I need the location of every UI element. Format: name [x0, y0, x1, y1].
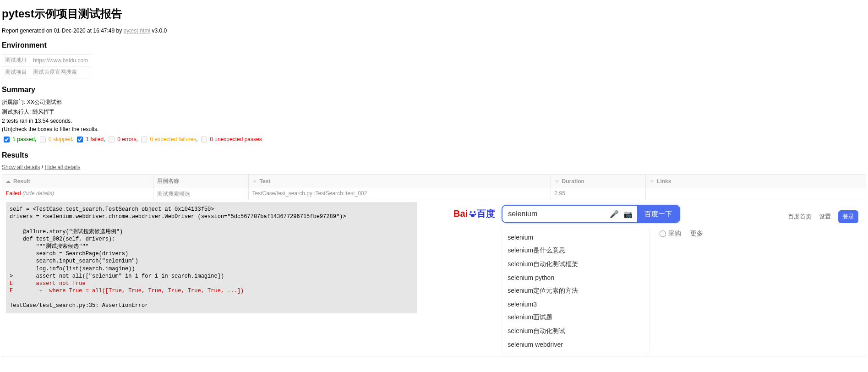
col-duration-header[interactable]: Duration [551, 175, 645, 188]
suggestion-item[interactable]: selenium面试题 [502, 311, 650, 324]
pytest-html-link[interactable]: pytest-html [124, 27, 151, 34]
sort-icon [650, 181, 654, 183]
col-result-header[interactable]: Result [2, 175, 153, 188]
env-row: 测试项目 测试百度官网搜索 [2, 66, 91, 78]
filter-errors-checkbox [109, 137, 115, 142]
env-row: 测试地址 https://www.baidu.com [2, 55, 91, 66]
filter-skipped-label: 0 skipped [49, 136, 72, 142]
filter-failed-label: 1 failed [86, 136, 104, 142]
show-all-details-link[interactable]: Show all details [2, 164, 40, 170]
generated-suffix: v3.0.0 [150, 27, 167, 34]
suggestion-item[interactable]: selenium [502, 231, 650, 244]
result-duration: 2.95 [551, 188, 645, 200]
filter-passed-checkbox[interactable] [4, 137, 10, 142]
mic-icon[interactable]: 🎤 [610, 210, 619, 219]
filter-row: 1 passed, 0 skipped, 1 failed, 0 errors,… [2, 135, 866, 144]
col-links-header[interactable]: Links [646, 175, 866, 188]
suggestion-item[interactable]: selenium python [502, 271, 650, 284]
env-key: 测试地址 [2, 55, 30, 66]
hot-links: ◯ 采购 更多 [659, 228, 703, 354]
hot-cart[interactable]: ◯ 采购 [659, 230, 681, 354]
environment-table: 测试地址 https://www.baidu.com 测试项目 测试百度官网搜索 [2, 54, 91, 78]
camera-icon[interactable]: 📷 [623, 210, 633, 219]
filter-xpass-checkbox [201, 137, 207, 142]
summary-dept: 所属部门: XX公司测试部 [2, 98, 866, 106]
search-box: 🎤 📷 百度一下 [502, 205, 680, 223]
result-test-id: TestCase/test_search.py::TestSearch::tes… [248, 188, 551, 200]
result-status: Failed [6, 190, 21, 197]
baidu-top-links: 百度首页 设置 登录 [788, 210, 858, 223]
detail-toggle-row: Show all details / Hide all details [2, 164, 866, 170]
sort-icon [252, 181, 257, 183]
baidu-logo: Bai百度 [453, 208, 495, 220]
suggestion-item[interactable]: selenium自动化测试 [502, 324, 650, 338]
filter-xfail-label: 0 expected failures [150, 136, 197, 142]
hide-details-link[interactable]: (hide details) [22, 190, 54, 197]
summary-heading: Summary [2, 86, 866, 94]
result-case-name: 测试搜索候选 [153, 188, 248, 200]
generated-prefix: Report generated on 01-Dec-2020 at 16:47… [2, 27, 124, 34]
filter-passed-label: 1 passed [12, 136, 35, 142]
col-test-header[interactable]: Test [248, 175, 551, 188]
search-button[interactable]: 百度一下 [637, 206, 679, 222]
sort-icon [555, 181, 559, 183]
svg-point-1 [474, 211, 475, 213]
summary-count: 2 tests ran in 13.54 seconds. [2, 118, 866, 124]
filter-errors-label: 0 errors [117, 136, 136, 142]
results-table: Result 用例名称 Test Duration Links Failed (… [2, 174, 866, 356]
svg-point-0 [470, 211, 472, 213]
screenshot-extra: 百度首页 设置 登录 Bai百度 [417, 202, 862, 354]
result-detail-row: self = <TestCase.test_search.TestSearch … [2, 200, 866, 356]
env-value-link[interactable]: https://www.baidu.com [33, 57, 88, 64]
paw-icon [468, 209, 478, 219]
baidu-home-link[interactable]: 百度首页 [788, 213, 812, 221]
environment-heading: Environment [2, 41, 866, 49]
suggestion-item[interactable]: selenium webdriver [502, 338, 650, 351]
generated-line: Report generated on 01-Dec-2020 at 16:47… [2, 27, 866, 34]
svg-point-2 [469, 213, 471, 215]
suggestion-item[interactable]: selenium自动化测试框架 [502, 257, 650, 271]
summary-filter-hint: (Un)check the boxes to filter the result… [2, 126, 866, 132]
suggestion-item[interactable]: selenium是什么意思 [502, 244, 650, 257]
env-key: 测试项目 [2, 66, 30, 78]
env-value: 测试百度官网搜索 [30, 66, 91, 78]
suggestion-item[interactable]: selenium3 [502, 298, 650, 311]
sort-asc-icon [6, 181, 11, 183]
page-title: pytest示例项目测试报告 [2, 6, 866, 21]
search-input[interactable] [502, 206, 610, 222]
filter-failed-checkbox[interactable] [77, 137, 83, 142]
filter-xfail-checkbox [141, 137, 147, 142]
traceback-log: self = <TestCase.test_search.TestSearch … [6, 202, 417, 313]
hide-all-details-link[interactable]: Hide all details [44, 164, 80, 170]
svg-point-4 [471, 214, 475, 217]
suggestion-item[interactable]: selenium定位元素的方法 [502, 284, 650, 298]
baidu-login-button[interactable]: 登录 [838, 210, 858, 223]
svg-point-3 [475, 213, 476, 215]
hot-more[interactable]: 更多 [690, 230, 703, 354]
filter-xpass-label: 0 unexpected passes [210, 136, 262, 142]
filter-skipped-checkbox [40, 137, 46, 142]
search-suggestions: selenium selenium是什么意思 selenium自动化测试框架 s… [502, 228, 650, 354]
result-row: Failed (hide details) 测试搜索候选 TestCase/te… [2, 188, 866, 200]
summary-executor: 测试执行人: 随风挥手 [2, 108, 866, 116]
baidu-settings-link[interactable]: 设置 [819, 213, 831, 221]
result-links [646, 188, 866, 200]
results-heading: Results [2, 151, 866, 159]
col-case-header[interactable]: 用例名称 [153, 175, 248, 188]
